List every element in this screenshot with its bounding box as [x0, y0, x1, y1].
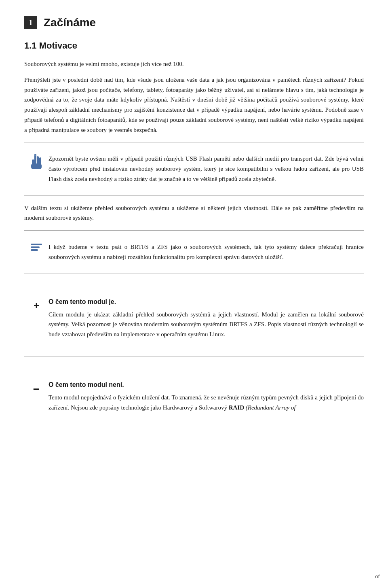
- paragraph-2: Přemýšleli jste v poslední době nad tím,…: [24, 75, 364, 135]
- module-not-text: Tento modul nepojednává o fyzickém ulože…: [48, 393, 364, 413]
- callout-block-2: I když budeme v textu psát o BRTFS a ZFS…: [24, 238, 364, 266]
- divider-3: [24, 230, 364, 231]
- minus-block: − O čem tento modul není. Tento modul ne…: [24, 377, 364, 422]
- hand-pointer-icon: [29, 151, 44, 173]
- section-title: 1.1 Motivace: [24, 40, 364, 51]
- divider-4: [24, 274, 364, 274]
- callout-block-1: Zpozornět byste ovšem měli v případě pou…: [24, 150, 364, 188]
- page-footer: of: [375, 573, 380, 580]
- chapter-number: 1: [29, 19, 33, 27]
- paragraph-3: V dalším textu si ukážeme přehled soubor…: [24, 203, 364, 223]
- chapter-title: Začínáme: [44, 16, 96, 29]
- minus-col: −: [24, 377, 48, 396]
- plus-text-col: O čem tento modul je. Cílem modulu je uk…: [48, 294, 364, 349]
- svg-rect-4: [31, 163, 42, 169]
- divider-1: [24, 142, 364, 142]
- plus-block: + O čem tento modul je. Cílem modulu je …: [24, 294, 364, 349]
- callout-icon-col-1: [24, 150, 48, 173]
- module-about-text: Cílem modulu je ukázat základní přehled …: [48, 310, 364, 340]
- minus-text-col: O čem tento modul není. Tento modul nepo…: [48, 377, 364, 422]
- plus-col: +: [24, 294, 48, 311]
- module-about-title: O čem tento modul je.: [48, 298, 364, 306]
- callout-text-1: Zpozornět byste ovšem měli v případě pou…: [48, 150, 364, 188]
- module-not-title: O čem tento modul není.: [48, 381, 364, 388]
- page-of-text: of: [375, 573, 380, 580]
- lines-icon: [31, 240, 42, 251]
- paragraph-1: Souborových systému je velmi mnoho, exis…: [24, 59, 364, 69]
- svg-rect-5: [34, 155, 36, 156]
- callout-icon-col-2: [24, 238, 48, 251]
- divider-5: [24, 357, 364, 357]
- plus-icon: +: [34, 300, 39, 311]
- callout-text-2: I když budeme v textu psát o BRTFS a ZFS…: [48, 238, 364, 266]
- chapter-number-box: 1: [24, 16, 37, 29]
- minus-icon: −: [33, 383, 40, 396]
- divider-2: [24, 195, 364, 196]
- chapter-header: 1 Začínáme: [24, 16, 364, 29]
